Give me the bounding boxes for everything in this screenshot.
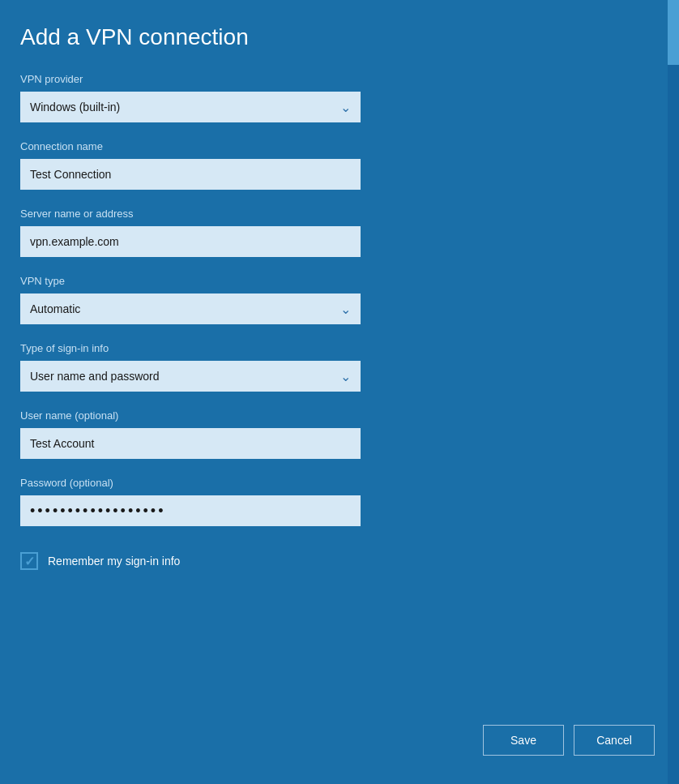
signin-type-select-wrapper: User name and password Smart card One-ti… [20,361,361,392]
vpn-type-group: VPN type Automatic PPTP L2TP/IPsec SSTP … [20,275,655,324]
vpn-provider-label: VPN provider [20,73,655,85]
vpn-provider-group: VPN provider Windows (built-in) ⌄ [20,73,655,122]
password-label: Password (optional) [20,477,655,489]
vpn-type-label: VPN type [20,275,655,287]
scrollbar[interactable] [668,0,679,784]
vpn-provider-select[interactable]: Windows (built-in) [20,92,361,122]
server-name-label: Server name or address [20,208,655,220]
cancel-button[interactable]: Cancel [574,725,655,756]
remember-signin-label: Remember my sign-in info [48,555,180,568]
password-group: Password (optional) [20,477,655,526]
connection-name-group: Connection name [20,140,655,190]
signin-type-group: Type of sign-in info User name and passw… [20,342,655,392]
connection-name-input[interactable] [20,159,361,190]
vpn-dialog: Add a VPN connection VPN provider Window… [0,0,679,784]
server-name-input[interactable] [20,226,361,257]
save-button[interactable]: Save [483,725,564,756]
checkmark-icon: ✓ [24,554,35,569]
connection-name-label: Connection name [20,140,655,152]
signin-type-label: Type of sign-in info [20,342,655,354]
signin-type-select[interactable]: User name and password Smart card One-ti… [20,361,361,392]
password-input[interactable] [20,495,361,526]
server-name-group: Server name or address [20,208,655,257]
vpn-provider-select-wrapper: Windows (built-in) ⌄ [20,92,361,122]
vpn-type-select[interactable]: Automatic PPTP L2TP/IPsec SSTP IKEv2 [20,293,361,324]
button-row: Save Cancel [483,725,655,756]
page-title: Add a VPN connection [20,24,655,50]
scrollbar-thumb[interactable] [668,0,679,65]
remember-signin-row: ✓ Remember my sign-in info [20,552,655,570]
username-label: User name (optional) [20,409,655,422]
vpn-type-select-wrapper: Automatic PPTP L2TP/IPsec SSTP IKEv2 ⌄ [20,293,361,324]
username-input[interactable] [20,428,361,459]
username-group: User name (optional) [20,409,655,459]
remember-signin-checkbox[interactable]: ✓ [20,552,38,570]
